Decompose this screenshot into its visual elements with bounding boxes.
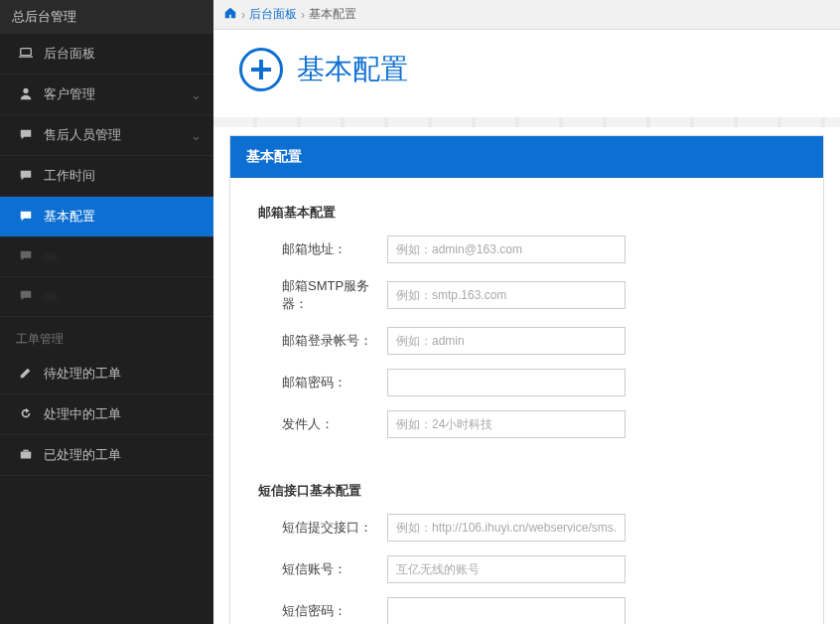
plus-circle-icon [239,48,283,91]
sidebar-item-tickets-done[interactable]: 已处理的工单 [0,435,213,476]
briefcase-icon [16,447,36,464]
chat-icon [16,168,36,185]
decorative-divider [213,117,840,127]
sidebar-item-hidden[interactable]: — [0,277,213,317]
chat-icon [16,288,36,305]
sidebar-item-label: 售后人员管理 [44,126,121,144]
sidebar-item-label: 已处理的工单 [44,446,121,464]
sidebar-item-staff[interactable]: 售后人员管理 ⌄ [0,115,213,156]
label-email-password: 邮箱密码： [258,374,387,391]
sidebar-item-label: 处理中的工单 [44,405,121,423]
sidebar-item-tickets-pending[interactable]: 待处理的工单 [0,354,213,394]
label-email-login: 邮箱登录帐号： [258,332,387,350]
config-panel: 基本配置 邮箱基本配置 邮箱地址： 邮箱SMTP服务器： 邮箱登录帐号： 邮箱密… [229,135,824,624]
pencil-icon [16,366,36,383]
label-email-address: 邮箱地址： [258,240,387,258]
label-sms-api: 短信提交接口： [258,519,387,537]
sidebar-item-label: 工作时间 [44,167,95,185]
page-title: 基本配置 [297,51,408,88]
chat-icon [16,248,36,265]
breadcrumb: › 后台面板 › 基本配置 [213,0,840,30]
sidebar-item-label: — [44,289,57,304]
section-title-sms: 短信接口基本配置 [258,482,795,500]
sidebar-header: 总后台管理 [0,0,213,34]
breadcrumb-sep: › [241,8,245,22]
input-email-sender[interactable] [387,410,626,438]
section-title-email: 邮箱基本配置 [258,204,795,222]
sidebar-item-hidden[interactable]: — [0,237,213,277]
sidebar-item-customers[interactable]: 客户管理 ⌄ [0,75,213,115]
main: › 后台面板 › 基本配置 基本配置 基本配置 邮箱基本配置 邮箱地址： 邮箱S… [213,0,840,624]
chat-icon [16,209,36,226]
label-email-smtp: 邮箱SMTP服务器： [258,277,387,313]
sidebar-item-basic-config[interactable]: 基本配置 [0,197,213,237]
user-icon [16,86,36,103]
chevron-down-icon: ⌄ [191,87,202,102]
label-email-sender: 发件人： [258,415,387,433]
input-email-password[interactable] [387,369,626,396]
input-sms-api[interactable] [387,514,626,542]
refresh-icon [16,406,36,423]
breadcrumb-sep: › [301,8,305,22]
breadcrumb-current: 基本配置 [309,6,356,23]
chevron-down-icon: ⌄ [191,128,202,143]
input-email-smtp[interactable] [387,281,626,309]
sidebar-item-label: 基本配置 [44,208,95,226]
home-icon[interactable] [223,6,237,23]
page-title-row: 基本配置 [213,30,840,109]
sidebar-item-tickets-processing[interactable]: 处理中的工单 [0,394,213,435]
label-sms-account: 短信账号： [258,560,387,578]
sidebar-item-dashboard[interactable]: 后台面板 [0,34,213,75]
sidebar-section-tickets: 工单管理 [0,317,213,354]
label-sms-password: 短信密码： [258,602,387,620]
sidebar: 总后台管理 后台面板 客户管理 ⌄ 售后人员管理 ⌄ 工作时间 基本配置 — [0,0,213,624]
sidebar-item-worktime[interactable]: 工作时间 [0,156,213,197]
input-email-login[interactable] [387,327,626,355]
input-sms-password[interactable] [387,597,626,624]
sidebar-item-label: 客户管理 [44,85,95,103]
laptop-icon [16,46,36,63]
sidebar-item-label: 待处理的工单 [44,365,121,383]
chat-icon [16,127,36,144]
input-email-address[interactable] [387,235,626,263]
input-sms-account[interactable] [387,555,626,583]
panel-header: 基本配置 [230,136,823,178]
sidebar-item-label: 后台面板 [44,45,95,63]
breadcrumb-link-dashboard[interactable]: 后台面板 [249,6,297,23]
sidebar-item-label: — [44,249,57,264]
